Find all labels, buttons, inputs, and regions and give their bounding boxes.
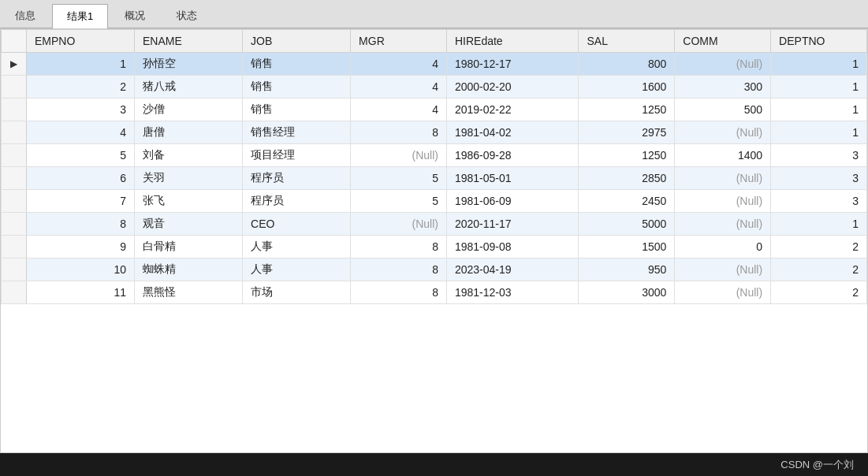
cell-mgr: 5	[351, 167, 447, 190]
table-row[interactable]: 8观音CEO(Null)2020-11-175000(Null)1	[2, 213, 867, 236]
cell-mgr: (Null)	[351, 213, 447, 236]
footer-text: CSDN @一个刘	[780, 458, 854, 472]
cell-deptno: 2	[771, 281, 867, 304]
cell-empno: 8	[26, 213, 134, 236]
table-row[interactable]: 6关羽程序员51981-05-012850(Null)3	[2, 167, 867, 190]
table-row[interactable]: 11黑熊怪市场81981-12-033000(Null)2	[2, 281, 867, 304]
table-row[interactable]: 2猪八戒销售42000-02-2016003001	[2, 76, 867, 99]
row-indicator	[2, 236, 27, 258]
cell-sal: 1250	[579, 144, 675, 167]
table-row[interactable]: 5刘备项目经理(Null)1986-09-28125014003	[2, 144, 867, 167]
cell-deptno: 2	[771, 236, 867, 258]
header-ename[interactable]: ENAME	[135, 30, 243, 53]
row-indicator	[2, 121, 27, 144]
table-row[interactable]: 9白骨精人事81981-09-08150002	[2, 236, 867, 258]
tab-result1[interactable]: 结果1	[52, 4, 108, 28]
cell-job: 销售	[243, 99, 351, 121]
cell-ename: 孙悟空	[135, 53, 243, 76]
tab-status[interactable]: 状态	[162, 3, 212, 28]
cell-job: 人事	[243, 258, 351, 281]
header-mgr[interactable]: MGR	[351, 30, 447, 53]
cell-ename: 黑熊怪	[135, 281, 243, 304]
header-indicator	[2, 30, 27, 53]
cell-job: 销售	[243, 76, 351, 99]
cell-deptno: 1	[771, 121, 867, 144]
cell-hiredate: 2019-02-22	[446, 99, 579, 121]
cell-comm: 300	[675, 76, 771, 99]
main-container: 信息 结果1 概况 状态 EMPNO ENAME JOB MGR HIREdat…	[0, 0, 868, 453]
cell-deptno: 1	[771, 99, 867, 121]
row-indicator	[2, 258, 27, 281]
cell-job: 销售	[243, 53, 351, 76]
table-row[interactable]: ▶1孙悟空销售41980-12-17800(Null)1	[2, 53, 867, 76]
cell-empno: 3	[26, 99, 134, 121]
cell-mgr: 8	[351, 236, 447, 258]
cell-empno: 4	[26, 121, 134, 144]
cell-hiredate: 1981-09-08	[446, 236, 579, 258]
header-comm[interactable]: COMM	[675, 30, 771, 53]
cell-hiredate: 1981-12-03	[446, 281, 579, 304]
cell-deptno: 1	[771, 53, 867, 76]
row-indicator	[2, 76, 27, 99]
cell-ename: 刘备	[135, 144, 243, 167]
cell-sal: 800	[579, 53, 675, 76]
table-row[interactable]: 10蜘蛛精人事82023-04-19950(Null)2	[2, 258, 867, 281]
header-deptno[interactable]: DEPTNO	[771, 30, 867, 53]
cell-ename: 唐僧	[135, 121, 243, 144]
cell-comm: (Null)	[675, 258, 771, 281]
row-indicator: ▶	[2, 53, 27, 76]
cell-hiredate: 2000-02-20	[446, 76, 579, 99]
cell-empno: 11	[26, 281, 134, 304]
cell-sal: 1500	[579, 236, 675, 258]
table-row[interactable]: 4唐僧销售经理81981-04-022975(Null)1	[2, 121, 867, 144]
tab-info[interactable]: 信息	[0, 3, 50, 28]
cell-ename: 张飞	[135, 190, 243, 213]
cell-sal: 2850	[579, 167, 675, 190]
cell-comm: 1400	[675, 144, 771, 167]
cell-empno: 2	[26, 76, 134, 99]
row-indicator	[2, 144, 27, 167]
cell-mgr: 8	[351, 258, 447, 281]
cell-mgr: 5	[351, 190, 447, 213]
row-indicator	[2, 99, 27, 121]
header-hiredate[interactable]: HIREdate	[446, 30, 579, 53]
cell-job: 程序员	[243, 190, 351, 213]
cell-comm: (Null)	[675, 213, 771, 236]
cell-empno: 10	[26, 258, 134, 281]
header-job[interactable]: JOB	[243, 30, 351, 53]
cell-sal: 2450	[579, 190, 675, 213]
cell-job: 销售经理	[243, 121, 351, 144]
cell-comm: (Null)	[675, 281, 771, 304]
cell-hiredate: 1981-05-01	[446, 167, 579, 190]
table-row[interactable]: 3沙僧销售42019-02-2212505001	[2, 99, 867, 121]
table-row[interactable]: 7张飞程序员51981-06-092450(Null)3	[2, 190, 867, 213]
header-sal[interactable]: SAL	[579, 30, 675, 53]
cell-comm: (Null)	[675, 167, 771, 190]
cell-hiredate: 1986-09-28	[446, 144, 579, 167]
table-wrapper: EMPNO ENAME JOB MGR HIREdate SAL COMM DE…	[0, 28, 868, 453]
table-body: ▶1孙悟空销售41980-12-17800(Null)12猪八戒销售42000-…	[2, 53, 867, 304]
cell-ename: 蜘蛛精	[135, 258, 243, 281]
cell-hiredate: 2023-04-19	[446, 258, 579, 281]
cell-deptno: 3	[771, 167, 867, 190]
cell-comm: (Null)	[675, 53, 771, 76]
cell-mgr: 4	[351, 76, 447, 99]
cell-sal: 3000	[579, 281, 675, 304]
cell-hiredate: 1981-04-02	[446, 121, 579, 144]
tab-overview[interactable]: 概况	[110, 3, 160, 28]
cell-comm: (Null)	[675, 190, 771, 213]
cell-sal: 1250	[579, 99, 675, 121]
cell-job: 项目经理	[243, 144, 351, 167]
data-table: EMPNO ENAME JOB MGR HIREdate SAL COMM DE…	[1, 29, 867, 304]
cell-ename: 关羽	[135, 167, 243, 190]
cell-job: 市场	[243, 281, 351, 304]
cell-sal: 1600	[579, 76, 675, 99]
cell-job: CEO	[243, 213, 351, 236]
cell-mgr: 4	[351, 53, 447, 76]
cell-ename: 观音	[135, 213, 243, 236]
tabs-bar: 信息 结果1 概况 状态	[0, 0, 868, 28]
header-empno[interactable]: EMPNO	[26, 30, 134, 53]
cell-mgr: 8	[351, 281, 447, 304]
footer-bar: CSDN @一个刘	[0, 453, 868, 476]
row-indicator	[2, 190, 27, 213]
